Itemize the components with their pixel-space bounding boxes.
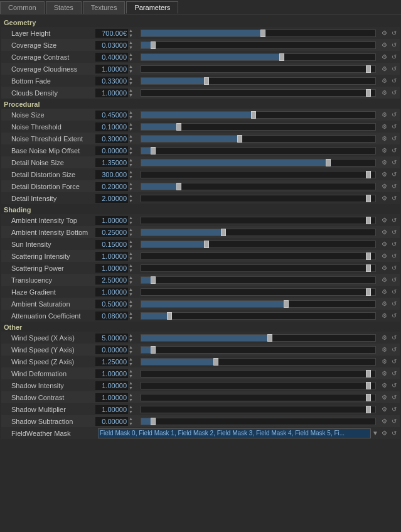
reset-icon[interactable]: ↺: [390, 288, 398, 296]
value-up-arrow[interactable]: ▲: [129, 239, 133, 244]
value-down-arrow[interactable]: ▼: [129, 198, 133, 204]
value-up-arrow[interactable]: ▲: [129, 182, 133, 187]
value-down-arrow[interactable]: ▼: [129, 115, 133, 120]
value-up-arrow[interactable]: ▲: [129, 193, 133, 198]
value-up-arrow[interactable]: ▲: [129, 170, 133, 175]
slider-thumb[interactable]: [151, 346, 156, 354]
reset-icon[interactable]: ↺: [390, 170, 398, 179]
gear-icon[interactable]: ⚙: [380, 429, 388, 438]
value-up-arrow[interactable]: ▲: [129, 299, 133, 304]
slider-track[interactable]: [141, 77, 376, 85]
slider-track[interactable]: [141, 41, 376, 49]
value-input-ambient-intensity-bottom[interactable]: [95, 228, 128, 237]
slider-track[interactable]: [141, 65, 376, 73]
gear-icon[interactable]: ⚙: [380, 89, 388, 97]
value-down-arrow[interactable]: ▼: [129, 57, 133, 62]
value-down-arrow[interactable]: ▼: [129, 280, 133, 285]
slider-thumb[interactable]: [176, 183, 181, 190]
value-input-shadow-multiplier[interactable]: [95, 405, 128, 414]
slider-track[interactable]: [141, 30, 376, 37]
value-down-arrow[interactable]: ▼: [129, 244, 133, 249]
reset-icon[interactable]: ↺: [390, 29, 398, 38]
value-down-arrow[interactable]: ▼: [129, 410, 133, 415]
gear-icon[interactable]: ⚙: [380, 312, 388, 320]
slider-thumb[interactable]: [284, 300, 289, 308]
value-down-arrow[interactable]: ▼: [129, 33, 133, 38]
reset-icon[interactable]: ↺: [390, 381, 398, 390]
gear-icon[interactable]: ⚙: [380, 357, 388, 366]
value-up-arrow[interactable]: ▲: [129, 381, 133, 386]
value-input-noise-threshold[interactable]: [95, 122, 128, 131]
reset-icon[interactable]: ↺: [390, 194, 398, 203]
slider-thumb[interactable]: [251, 111, 256, 119]
value-down-arrow[interactable]: ▼: [129, 398, 133, 403]
slider-thumb[interactable]: [366, 382, 371, 389]
gear-icon[interactable]: ⚙: [380, 288, 388, 296]
value-up-arrow[interactable]: ▲: [129, 122, 133, 127]
slider-thumb[interactable]: [260, 30, 265, 37]
reset-icon[interactable]: ↺: [390, 111, 398, 119]
value-down-arrow[interactable]: ▼: [129, 350, 133, 355]
value-input-ambient-saturation[interactable]: [95, 300, 128, 308]
slider-track[interactable]: [141, 276, 376, 284]
slider-thumb[interactable]: [151, 41, 156, 49]
value-input-detail-noise-size[interactable]: [95, 158, 128, 167]
value-up-arrow[interactable]: ▲: [129, 263, 133, 268]
slider-track[interactable]: [141, 288, 376, 296]
gear-icon[interactable]: ⚙: [380, 369, 388, 378]
gear-icon[interactable]: ⚙: [380, 111, 388, 119]
value-down-arrow[interactable]: ▼: [129, 69, 133, 74]
value-input-detail-distortion-size[interactable]: [95, 170, 128, 179]
value-up-arrow[interactable]: ▲: [129, 146, 133, 151]
value-up-arrow[interactable]: ▲: [129, 28, 133, 33]
value-up-arrow[interactable]: ▲: [129, 64, 133, 69]
value-input-wind-speed-(z-axis)[interactable]: [95, 357, 128, 366]
value-down-arrow[interactable]: ▼: [129, 256, 133, 261]
slider-thumb[interactable]: [213, 358, 218, 366]
value-down-arrow[interactable]: ▼: [129, 374, 133, 379]
value-down-arrow[interactable]: ▼: [129, 292, 133, 297]
tab-textures[interactable]: Textures: [83, 1, 126, 14]
slider-thumb[interactable]: [167, 312, 172, 320]
reset-icon[interactable]: ↺: [390, 369, 398, 378]
slider-thumb[interactable]: [366, 217, 371, 224]
value-up-arrow[interactable]: ▲: [129, 416, 133, 421]
value-input-sun-intensity[interactable]: [95, 240, 128, 249]
chevron-down-icon[interactable]: ▼: [372, 430, 378, 437]
value-down-arrow[interactable]: ▼: [129, 316, 133, 321]
value-up-arrow[interactable]: ▲: [129, 40, 133, 45]
value-input-shadow-intensity[interactable]: [95, 381, 128, 390]
slider-thumb[interactable]: [204, 77, 209, 85]
gear-icon[interactable]: ⚙: [380, 252, 388, 261]
gear-icon[interactable]: ⚙: [380, 381, 388, 390]
reset-icon[interactable]: ↺: [390, 429, 398, 438]
value-input-detail-intensity[interactable]: [95, 194, 128, 203]
gear-icon[interactable]: ⚙: [380, 134, 388, 143]
value-input-haze-gradient[interactable]: [95, 288, 128, 296]
slider-track[interactable]: [141, 229, 376, 236]
value-down-arrow[interactable]: ▼: [129, 151, 133, 156]
slider-track[interactable]: [141, 252, 376, 260]
reset-icon[interactable]: ↺: [390, 264, 398, 273]
gear-icon[interactable]: ⚙: [380, 216, 388, 225]
value-input-wind-deformation[interactable]: [95, 369, 128, 378]
gear-icon[interactable]: ⚙: [380, 240, 388, 249]
value-up-arrow[interactable]: ▲: [129, 275, 133, 280]
gear-icon[interactable]: ⚙: [380, 77, 388, 85]
value-down-arrow[interactable]: ▼: [129, 268, 133, 273]
slider-track[interactable]: [141, 358, 376, 366]
gear-icon[interactable]: ⚙: [380, 170, 388, 179]
value-input-shadow-contrast[interactable]: [95, 393, 128, 402]
value-up-arrow[interactable]: ▲: [129, 311, 133, 316]
value-input-wind-speed-(x-axis)[interactable]: [95, 334, 128, 342]
slider-track[interactable]: [141, 312, 376, 320]
value-up-arrow[interactable]: ▲: [129, 369, 133, 374]
value-down-arrow[interactable]: ▼: [129, 175, 133, 180]
gear-icon[interactable]: ⚙: [380, 417, 388, 426]
slider-track[interactable]: [141, 111, 376, 119]
reset-icon[interactable]: ↺: [390, 276, 398, 285]
slider-thumb[interactable]: [366, 288, 371, 296]
reset-icon[interactable]: ↺: [390, 158, 398, 167]
slider-thumb[interactable]: [366, 195, 371, 202]
slider-track[interactable]: [141, 346, 376, 354]
